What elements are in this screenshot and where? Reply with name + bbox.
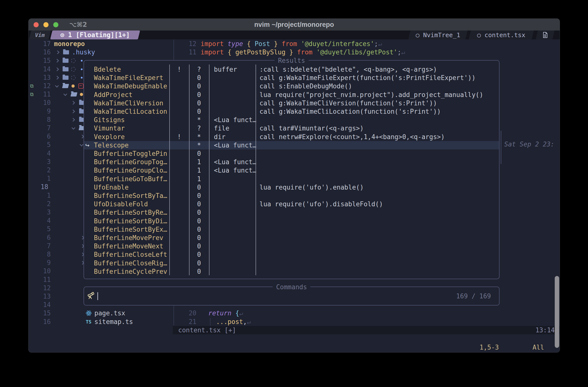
column-separator bbox=[209, 64, 210, 275]
column-separator bbox=[255, 64, 256, 275]
command-complete: <Lua funct… bbox=[214, 158, 256, 166]
telescope-icon bbox=[87, 292, 95, 301]
results-row[interactable]: BufferLineSortByTa…0 bbox=[84, 192, 499, 200]
command-name: Gitsigns bbox=[94, 116, 125, 124]
results-row[interactable]: BufferLineSortByEx…0 bbox=[84, 225, 499, 234]
dot-icon bbox=[81, 56, 83, 65]
command-nargs: 0 bbox=[189, 242, 209, 250]
command-definition: call g:WakaTimeCliVersion(function('s:Pr… bbox=[259, 99, 437, 107]
results-row[interactable]: BufferLineMovePrev0 bbox=[84, 234, 499, 242]
code-line: 21 │ ...post,↵ bbox=[174, 318, 560, 326]
zoom-button[interactable] bbox=[53, 22, 58, 27]
results-row[interactable]: BufferLineSortByRe…0 bbox=[84, 208, 499, 217]
results-row[interactable]: Bdelete!?buffer:call s:bdelete("bdelete"… bbox=[84, 65, 499, 74]
results-row[interactable]: BufferLineSortByDi…0 bbox=[84, 217, 499, 225]
buffer-tab-content-tsx[interactable]: ○ content.tsx bbox=[469, 31, 534, 39]
results-row[interactable]: BufferLineGroupClo…1<Lua funct… bbox=[84, 166, 499, 174]
minimize-button[interactable] bbox=[43, 22, 49, 27]
results-row[interactable]: WakaTimeFileExpert0call g:WakaTimeFileEx… bbox=[84, 74, 499, 82]
results-row[interactable]: Vimuntar?filecall tar#Vimuntar(<q-args>) bbox=[84, 124, 499, 133]
close-button[interactable] bbox=[34, 22, 39, 27]
command-nargs: 0 bbox=[189, 91, 209, 99]
line-number: 16 bbox=[33, 48, 51, 56]
tree-item-label[interactable]: sitemap.ts bbox=[94, 318, 133, 326]
code-line: 12import type { Post } from '@duyet/inte… bbox=[174, 40, 560, 48]
prompt-input[interactable]: 169 / 169 bbox=[87, 287, 491, 305]
command-name: BufferLineSortByEx… bbox=[94, 225, 167, 234]
results-row[interactable]: BufferLineCloseLeft0 bbox=[84, 250, 499, 259]
tree-item-label[interactable]: monorepo bbox=[54, 40, 85, 48]
cursor-position: 1,5-3 bbox=[480, 343, 499, 351]
results-row[interactable]: WakaTimeCliLocation0call g:WakaTimeCliLo… bbox=[84, 107, 499, 116]
command-nargs: 0 bbox=[189, 149, 209, 158]
line-number: 10 bbox=[33, 267, 51, 275]
code-line-number: 20 bbox=[177, 309, 196, 317]
folder-icon bbox=[63, 56, 68, 65]
results-row[interactable]: BufferLineGroupTog…1<Lua funct… bbox=[84, 158, 499, 166]
command-nargs: 0 bbox=[189, 74, 209, 82]
command-nargs: 0 bbox=[189, 82, 209, 90]
results-row[interactable]: UfoEnable0lua require('ufo').enable() bbox=[84, 183, 499, 192]
vim-logo: Vim bbox=[29, 31, 51, 39]
titlebar[interactable]: ⌥⌘2 nvim ~/project/monorepo bbox=[29, 19, 560, 31]
command-name: BufferLineGroupClo… bbox=[94, 166, 167, 174]
command-nargs: 1 bbox=[189, 175, 209, 183]
circle-dashed-icon bbox=[71, 56, 76, 65]
tree-item-label[interactable]: page.tsx bbox=[94, 309, 125, 317]
results-row[interactable]: WakaTimeDebugEnable0call s:EnableDebugMo… bbox=[84, 82, 499, 90]
results-row[interactable]: BufferLineCyclePrev0 bbox=[84, 267, 499, 276]
command-nargs: 1 bbox=[189, 158, 209, 166]
command-name: WakaTimeDebugEnable bbox=[94, 82, 167, 90]
command-nargs: 0 bbox=[189, 250, 209, 259]
command-complete: <Lua funct… bbox=[214, 141, 256, 149]
telescope-prompt-window[interactable]: Commands 169 / 169 bbox=[84, 287, 500, 306]
line-number: 13 bbox=[33, 292, 51, 301]
terminal-scrollbar[interactable] bbox=[555, 276, 559, 348]
results-row[interactable]: Vexplore!*dircall netrw#Explore(<count>,… bbox=[84, 133, 499, 141]
results-row[interactable]: WakaTimeCliVersion0call g:WakaTimeCliVer… bbox=[84, 99, 499, 107]
results-row[interactable]: BufferLineMoveNext0 bbox=[84, 242, 499, 250]
line-number: 7 bbox=[33, 242, 51, 250]
window-shortcut-label: ⌥⌘2 bbox=[69, 21, 87, 28]
results-row[interactable]: AddProject0lua require("project_nvim.pro… bbox=[84, 91, 499, 99]
text-cursor bbox=[97, 292, 98, 300]
results-row[interactable]: BufferLineCloseRig…0 bbox=[84, 259, 499, 267]
folder-icon bbox=[63, 48, 69, 56]
line-number: 3 bbox=[33, 157, 51, 166]
chevron-right-icon bbox=[72, 107, 74, 116]
results-row[interactable]: ↪Telescope*<Lua funct… bbox=[84, 141, 499, 149]
statusline: content.tsx [+] 13:14 bbox=[173, 326, 560, 334]
command-nargs: 0 bbox=[189, 107, 209, 116]
line-number: 11 bbox=[33, 90, 51, 98]
command-name: BufferLineSortByRe… bbox=[94, 208, 167, 217]
tree-item-label[interactable]: .husky bbox=[72, 48, 95, 56]
chevron-down-icon bbox=[63, 90, 66, 98]
results-row[interactable]: BufferLineGoToBuff…1 bbox=[84, 175, 499, 183]
buffer-tab-nvimtree[interactable]: ○ NvimTree_1 bbox=[408, 31, 468, 39]
chevron-right-icon bbox=[56, 65, 58, 73]
circle-dashed-icon bbox=[71, 65, 76, 73]
results-row[interactable]: UfoDisableFold0lua require('ufo').disabl… bbox=[84, 200, 499, 208]
command-name: BufferLineTogglePin bbox=[94, 149, 167, 158]
tabpage-active-tab[interactable]: ⊙ 1 [Floating][1+] bbox=[50, 31, 140, 39]
line-number: 6 bbox=[33, 233, 51, 242]
chevron-down-icon bbox=[72, 124, 74, 132]
command-name: BufferLineCloseRig… bbox=[94, 259, 167, 267]
line-number: 11 bbox=[33, 275, 51, 284]
git-sign-icon: ⧉ bbox=[30, 82, 34, 90]
command-complete: file bbox=[214, 124, 230, 133]
command-nargs: 0 bbox=[189, 234, 209, 242]
results-row[interactable]: Gitsigns*<Lua funct… bbox=[84, 116, 499, 124]
command-nargs: 1 bbox=[189, 166, 209, 174]
line-number: 9 bbox=[33, 258, 51, 267]
line-number: 3 bbox=[33, 208, 51, 216]
traffic-lights bbox=[34, 19, 58, 31]
command-name: BufferLineMoveNext bbox=[94, 242, 163, 250]
command-definition: :call s:bdelete("bdelete", <q-bang>, <q-… bbox=[259, 65, 437, 74]
line-number: 14 bbox=[33, 65, 51, 73]
chevron-down-icon bbox=[80, 141, 83, 149]
results-row[interactable]: BufferLineTogglePin0 bbox=[84, 149, 499, 158]
line-number: 8 bbox=[33, 250, 51, 258]
buffer-list-button[interactable] bbox=[536, 31, 555, 39]
line-number: 2 bbox=[33, 200, 51, 208]
